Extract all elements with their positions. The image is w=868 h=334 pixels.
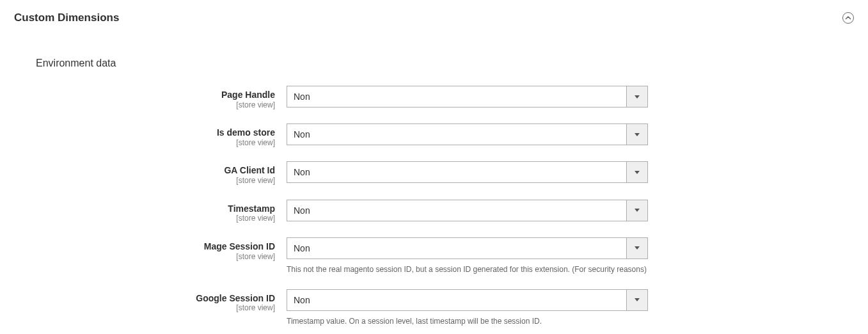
scope-label: [store view] (36, 303, 275, 312)
field-label-col: Google Session ID [store view] (36, 289, 287, 313)
timestamp-select[interactable]: Non (287, 200, 648, 221)
field-label: Timestamp (36, 203, 275, 214)
field-page-handle: Page Handle [store view] Non (36, 86, 854, 109)
chevron-up-icon (845, 15, 851, 21)
field-ga-client-id: GA Client Id [store view] Non (36, 161, 854, 185)
field-label: GA Client Id (36, 165, 275, 176)
field-control-col: Non This not the real magento session ID… (287, 237, 648, 275)
field-label: Google Session ID (36, 293, 275, 304)
field-timestamp: Timestamp [store view] Non (36, 200, 854, 223)
field-control-col: Non (287, 200, 648, 221)
field-help-text: This not the real magento session ID, bu… (287, 264, 648, 275)
field-label-col: Is demo store [store view] (36, 123, 287, 147)
field-label-col: GA Client Id [store view] (36, 161, 287, 185)
field-control-col: Non (287, 123, 648, 145)
subsection-title: Environment data (36, 58, 854, 69)
field-help-text: Timestamp value. On a session level, las… (287, 316, 648, 327)
section-header: Custom Dimensions (14, 12, 854, 31)
field-label: Page Handle (36, 90, 275, 100)
field-label-col: Page Handle [store view] (36, 86, 287, 109)
field-control-col: Non Timestamp value. On a session level,… (287, 289, 648, 327)
select-value: Non (287, 237, 648, 259)
scope-label: [store view] (36, 214, 275, 223)
google-session-id-select[interactable]: Non (287, 289, 648, 311)
field-mage-session-id: Mage Session ID [store view] Non This no… (36, 237, 854, 275)
scope-label: [store view] (36, 176, 275, 185)
section-title: Custom Dimensions (14, 12, 119, 24)
mage-session-id-select[interactable]: Non (287, 237, 648, 259)
field-label: Mage Session ID (36, 241, 275, 252)
field-google-session-id: Google Session ID [store view] Non Times… (36, 289, 854, 327)
ga-client-id-select[interactable]: Non (287, 161, 648, 183)
scope-label: [store view] (36, 252, 275, 261)
select-value: Non (287, 289, 648, 311)
scope-label: [store view] (36, 100, 275, 109)
page-handle-select[interactable]: Non (287, 86, 648, 107)
select-value: Non (287, 86, 648, 107)
field-control-col: Non (287, 86, 648, 107)
select-value: Non (287, 200, 648, 221)
field-label: Is demo store (36, 127, 275, 138)
select-value: Non (287, 123, 648, 145)
field-label-col: Mage Session ID [store view] (36, 237, 287, 261)
collapse-toggle-button[interactable] (842, 12, 854, 24)
fields-container: Page Handle [store view] Non Is demo sto… (36, 86, 854, 326)
field-control-col: Non (287, 161, 648, 183)
is-demo-store-select[interactable]: Non (287, 123, 648, 145)
field-is-demo-store: Is demo store [store view] Non (36, 123, 854, 147)
field-label-col: Timestamp [store view] (36, 200, 287, 223)
select-value: Non (287, 161, 648, 183)
scope-label: [store view] (36, 138, 275, 147)
